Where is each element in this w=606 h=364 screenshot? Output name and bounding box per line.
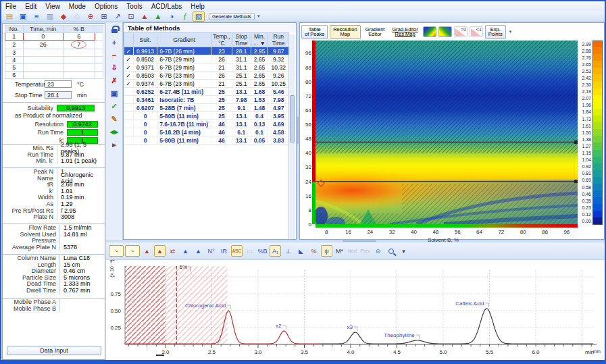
method-row-7[interactable]: 0.62075-28B (7 min)259.11.484.97 [124, 104, 289, 112]
hide-zero-resolution-icon[interactable]: =0 [454, 26, 468, 37]
peak-percent-icon[interactable]: % [308, 245, 320, 257]
gradient-steps-table[interactable]: No.Time, min% B10622673456 [5, 25, 103, 79]
delete-icon[interactable]: ✗ [109, 76, 120, 86]
remove-method-icon[interactable]: − [109, 50, 120, 60]
gradient-cell-time[interactable]: 0 [23, 33, 63, 41]
disabled-icon[interactable]: ◇ [71, 11, 83, 22]
method-checkbox[interactable] [124, 104, 134, 112]
gradient-cell-no[interactable]: 2 [5, 41, 24, 49]
method-checkbox[interactable] [124, 136, 134, 145]
menu-view[interactable]: View [45, 3, 60, 10]
method-checkbox[interactable] [124, 120, 134, 128]
label-number-icon[interactable]: N° [205, 245, 217, 257]
menu-tools[interactable]: Tools [126, 3, 142, 10]
gradient-row-5[interactable]: 5 [5, 64, 103, 72]
gradient-row-3[interactable]: 3 [5, 49, 103, 57]
zoom-peaks-icon[interactable]: ⊙ [372, 245, 384, 257]
method-checkbox[interactable]: ✓ [124, 63, 134, 72]
gradient-table-scroll-stub[interactable] [95, 26, 103, 33]
menu-file[interactable]: File [5, 3, 16, 10]
generate-methods-button[interactable]: Generate Methods [209, 13, 255, 20]
methods-col-header-4[interactable]: Stop Time [232, 33, 251, 47]
tab-gradient-editor[interactable]: GradientEditor [363, 26, 388, 38]
label-tr-icon[interactable]: tR [218, 245, 230, 257]
peaks-blue-1-icon[interactable]: ▲ [180, 245, 191, 257]
peaks-red-selected-icon[interactable]: ▲ [154, 245, 166, 257]
pin-icon[interactable]: ◆ [57, 11, 70, 22]
overlay-peaks-icon[interactable]: M* [334, 245, 345, 257]
peaks-blue-2-icon[interactable]: ▲ [193, 245, 204, 257]
method-row-9[interactable]: 07.6-16.7B (11 min)4613.10.134.69 [124, 120, 289, 128]
method-checkbox[interactable]: ✓ [124, 55, 134, 63]
gradient-cell-no[interactable]: 5 [5, 64, 24, 72]
peaks-color-icon[interactable]: ▲ [152, 11, 164, 22]
methods-col-header-3[interactable]: Temp., °C [211, 33, 232, 47]
chart-icon[interactable]: ↗ [111, 11, 124, 22]
add-method-icon[interactable]: + [109, 37, 120, 47]
methods-col-header-2[interactable]: Gradient [157, 33, 211, 47]
wand-icon[interactable]: ✎ [109, 114, 120, 124]
sphere-icon[interactable]: ◑ [166, 11, 178, 22]
methods-col-header-6[interactable]: Run Time [268, 33, 289, 47]
method-row-0[interactable]: ✓0.99136-7B (26 min)2328.12.959.87 [124, 47, 289, 55]
methods-table-scrollbar[interactable] [288, 34, 295, 239]
scroll-indicator[interactable] [156, 355, 164, 356]
peak-fill-icon[interactable]: ◣ [295, 245, 307, 257]
gradient-cell-no[interactable]: 4 [5, 57, 24, 64]
more-tools-caret[interactable]: ▾ [398, 245, 409, 257]
gradient-row-6[interactable]: 6 [5, 72, 103, 79]
method-row-1[interactable]: ✓0.85026-7B (29 min)2631.12.659.32 [124, 55, 289, 63]
gradient-cell-b[interactable] [63, 49, 95, 57]
check-names-icon[interactable]: ✓ [109, 101, 120, 111]
move-down-icon[interactable]: ⇩ [109, 63, 120, 73]
method-row-11[interactable]: 05-80B (11 min)4613.10.053.83 [124, 136, 289, 145]
gradient-cell-no[interactable]: 6 [5, 72, 24, 79]
gradient-cell-time[interactable] [23, 57, 63, 64]
generate-methods-caret[interactable]: ▾ [257, 14, 260, 19]
gradient-cell-b[interactable] [63, 64, 95, 72]
lock-icon[interactable] [109, 24, 120, 34]
gradient-map-thumbnail-icon[interactable] [438, 26, 452, 37]
gradient-cell-b[interactable]: 7 [63, 41, 95, 49]
tab-gradeditor-resmap[interactable]: Grad.EditorRes.Map [389, 26, 420, 38]
menu-mode[interactable]: Mode [69, 3, 86, 10]
exp-points-button[interactable]: Exp.Points [485, 25, 506, 39]
method-checkbox[interactable]: ✓ [124, 80, 134, 88]
instrument-view-2-icon[interactable]: ~ [125, 245, 140, 257]
methods-table[interactable]: Suit.GradientTemp., °CStop TimeMin. ... … [124, 32, 289, 145]
instrument-icon[interactable]: ▣ [109, 88, 120, 99]
method-checkbox[interactable] [124, 128, 134, 136]
peaks-red-icon[interactable]: ▲ [138, 11, 151, 22]
chromatogram-plot[interactable]: 6% 2.02.53.03.54.04.55.05.56.0min Chloro… [122, 261, 599, 359]
methods-col-header-5[interactable]: Min. ... ▼ [251, 33, 268, 47]
tab-table-of-peaks[interactable]: Tableof Peaks [301, 25, 328, 39]
structure-icon[interactable]: ⊡ [125, 11, 137, 22]
gradient-row-4[interactable]: 4 [5, 57, 103, 64]
save-icon[interactable]: ▣ [17, 11, 29, 22]
gradient-cell-time[interactable] [23, 49, 63, 57]
gradient-cell-time[interactable]: 26 [23, 41, 63, 49]
gradient-cell-no[interactable]: 1 [5, 33, 24, 41]
gradient-row-2[interactable]: 2267 [5, 41, 103, 49]
label-percent-b-icon[interactable]: %B [257, 245, 268, 257]
method-row-3[interactable]: ✓0.85036-7B (23 min)2625.12.659.26 [124, 72, 289, 80]
method-row-10[interactable]: 05-18.2B (4 min)466.10.14.58 [124, 128, 289, 136]
method-row-2[interactable]: ✓0.93716-7B (29 min)2131.12.6510.32 [124, 63, 289, 72]
method-row-8[interactable]: 05-80B (11 min)2513.10.43.95 [124, 112, 289, 120]
method-row-5[interactable]: 0.62526-27.4B (11 min)2513.11.685.46 [124, 88, 289, 96]
gradient-cell-b[interactable] [63, 72, 95, 79]
tab-resolution-map[interactable]: ResolutionMap [330, 25, 360, 39]
menu-edit[interactable]: Edit [25, 3, 36, 10]
map-tabs-caret[interactable]: ▾ [509, 29, 512, 34]
resolution-heatmap[interactable] [315, 41, 578, 224]
temperature-input[interactable]: 23 [45, 80, 72, 88]
signature-icon[interactable]: ƒ [179, 11, 191, 22]
resolution-map-thumbnail-icon[interactable] [423, 26, 436, 37]
expand-icon[interactable]: ▸ [109, 140, 120, 150]
methods-col-header-0[interactable] [124, 33, 134, 47]
peaks-red-icon[interactable]: ▲ [141, 245, 153, 257]
open-file-icon[interactable]: ▤ [3, 11, 16, 22]
transfer-icon[interactable]: ◀▶ [109, 127, 120, 137]
method-checkbox[interactable] [124, 88, 134, 96]
peak-baseline-icon[interactable]: ⊥ [282, 245, 294, 257]
